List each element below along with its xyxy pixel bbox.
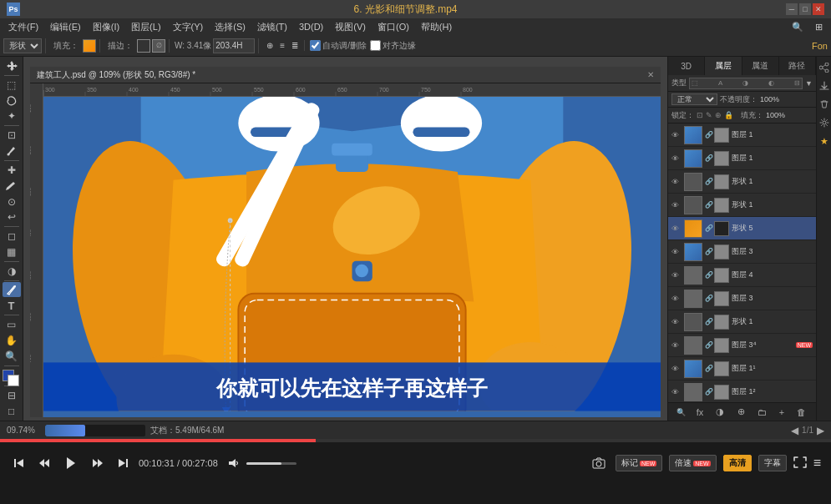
delete-icon[interactable] — [818, 98, 830, 110]
prev-track-btn[interactable] — [10, 456, 28, 471]
layer-visibility-icon[interactable]: 👁 — [671, 178, 682, 186]
new-layer-btn[interactable]: + — [778, 406, 786, 419]
filter-toggle[interactable]: ▼ — [805, 79, 813, 88]
pen-tool[interactable] — [3, 282, 21, 297]
menu-select[interactable]: 选择(S) — [210, 18, 251, 35]
layer-visibility-icon[interactable]: 👁 — [671, 131, 682, 139]
next-page-btn[interactable]: ▶ — [817, 425, 824, 436]
close-button[interactable]: ✕ — [813, 3, 824, 15]
download-icon[interactable] — [818, 80, 830, 92]
gradient-tool[interactable]: ▦ — [3, 244, 21, 260]
dodge-tool[interactable]: ◑ — [3, 264, 21, 279]
rewind-btn[interactable] — [35, 456, 53, 471]
new-adjustment-btn[interactable]: ⊕ — [736, 405, 747, 419]
menu-type[interactable]: 文字(Y) — [168, 18, 209, 35]
prev-page-btn[interactable]: ◀ — [791, 425, 798, 436]
lock-transparent-btn[interactable]: ⊡ — [697, 111, 703, 119]
fullscreen-btn[interactable] — [793, 456, 807, 471]
layer-visibility-icon[interactable]: 👁 — [671, 224, 682, 233]
zoom-tool[interactable]: 🔍 — [3, 349, 21, 364]
hand-tool[interactable]: ✋ — [3, 333, 21, 348]
layer-visibility-icon[interactable]: 👁 — [671, 154, 682, 163]
stroke-none[interactable]: ∅ — [152, 39, 165, 53]
magic-wand-tool[interactable]: ✦ — [3, 108, 21, 123]
layer-row[interactable]: 👁 🔗 形状 1 — [668, 194, 816, 217]
menu-view[interactable]: 视图(V) — [330, 18, 371, 35]
lock-all-btn[interactable]: 🔒 — [724, 111, 733, 119]
path-arrangement-btn[interactable]: ≣ — [289, 40, 301, 51]
layer-row[interactable]: 👁 🔗 形状 1 — [668, 170, 816, 194]
layer-row[interactable]: 👁 🔗 图层 1¹ — [668, 357, 816, 381]
menu-window[interactable]: 窗口(O) — [372, 18, 414, 35]
layer-visibility-icon[interactable]: 👁 — [671, 201, 682, 209]
next-track-btn[interactable] — [114, 456, 132, 471]
fill-color-swatch[interactable] — [83, 39, 96, 53]
menu-image[interactable]: 图像(I) — [88, 18, 124, 35]
menu-file[interactable]: 文件(F) — [3, 18, 43, 35]
path-operations-btn[interactable]: ⊕ — [264, 40, 276, 51]
heal-tool[interactable]: ✚ — [3, 163, 21, 178]
add-layer-style-btn[interactable]: fx — [695, 406, 706, 419]
star-icon[interactable]: ★ — [818, 135, 830, 147]
subtitle-btn[interactable]: 字幕 — [758, 455, 787, 471]
blend-mode-select[interactable]: 正常 — [671, 93, 717, 105]
history-brush-tool[interactable]: ↩ — [3, 209, 21, 224]
canvas-close-btn[interactable]: ✕ — [647, 70, 654, 79]
maximize-button[interactable]: □ — [799, 3, 811, 15]
align-edges-check[interactable] — [370, 40, 381, 51]
layer-row[interactable]: 👁 🔗 图层 3 — [668, 240, 816, 264]
screen-mode-btn[interactable]: □ — [3, 404, 21, 419]
layer-row[interactable]: 👁 🔗 图层 1 — [668, 123, 816, 147]
share-icon[interactable] — [818, 62, 830, 73]
mark-btn[interactable]: 标记 NEW — [616, 455, 662, 471]
tab-channels[interactable]: 属道 — [742, 57, 779, 75]
tab-paths[interactable]: 路径 — [779, 57, 816, 75]
path-alignment-btn[interactable]: ≡ — [277, 40, 287, 51]
select-tool[interactable]: ⬚ — [3, 78, 21, 93]
stamp-tool[interactable]: ⊙ — [3, 194, 21, 209]
layer-row[interactable]: 👁 🔗 形状 1 — [668, 310, 816, 334]
background-color[interactable] — [8, 375, 19, 386]
color-swatches[interactable] — [3, 370, 21, 385]
layer-row[interactable]: 👁 🔗 图层 1 — [668, 147, 816, 170]
layer-visibility-icon[interactable]: 👁 — [671, 295, 682, 303]
more-options-btn[interactable]: ≡ — [813, 456, 821, 471]
quality-btn[interactable]: 高清 — [723, 455, 752, 471]
menu-3d[interactable]: 3D(D) — [294, 18, 328, 35]
tab-layers[interactable]: 属层 — [705, 57, 742, 75]
play-btn[interactable] — [60, 454, 82, 472]
brush-tool[interactable] — [3, 179, 21, 194]
layer-row[interactable]: 👁 🔗 图层 3⁴ NEW — [668, 334, 816, 357]
height-input[interactable] — [213, 38, 255, 53]
lasso-tool[interactable] — [3, 93, 21, 108]
quick-mask-tool[interactable]: ⊟ — [3, 388, 21, 403]
layer-visibility-icon[interactable]: 👁 — [671, 248, 682, 256]
layer-row[interactable]: 👁 🔗 图层 4 — [668, 264, 816, 287]
type-tool[interactable]: T — [3, 298, 21, 313]
stroke-color-swatch[interactable] — [137, 39, 150, 53]
layer-row[interactable]: 👁 🔗 形状 5 — [668, 217, 816, 240]
lock-position-btn[interactable]: ⊕ — [715, 111, 722, 119]
eraser-tool[interactable]: ◻ — [3, 229, 21, 244]
menu-edit[interactable]: 编辑(E) — [45, 18, 86, 35]
search-icon[interactable]: 🔍 — [787, 18, 808, 35]
settings-icon[interactable] — [818, 117, 830, 129]
menu-help[interactable]: 帮助(H) — [416, 18, 457, 35]
shape-tool[interactable]: ▭ — [3, 317, 21, 332]
minimize-button[interactable]: ─ — [786, 3, 798, 15]
screenshot-btn[interactable] — [589, 456, 609, 471]
layer-visibility-icon[interactable]: 👁 — [671, 365, 682, 373]
workspace-icon[interactable]: ⊞ — [810, 18, 828, 35]
forward-btn[interactable] — [89, 456, 107, 471]
layer-visibility-icon[interactable]: 👁 — [671, 388, 682, 396]
layer-row[interactable]: 👁 🔗 图层 3 — [668, 287, 816, 310]
layer-visibility-icon[interactable]: 👁 — [671, 318, 682, 326]
layer-visibility-icon[interactable]: 👁 — [671, 341, 682, 350]
add-mask-btn[interactable]: ◑ — [714, 405, 726, 419]
menu-layer[interactable]: 图层(L) — [126, 18, 165, 35]
video-progress-bar[interactable] — [0, 439, 831, 442]
layer-visibility-icon[interactable]: 👁 — [671, 271, 682, 280]
layer-row[interactable]: 👁 🔗 图层 1² — [668, 381, 816, 402]
auto-align-check[interactable] — [310, 40, 321, 51]
shape-tool-select[interactable]: 形状 — [3, 38, 42, 53]
